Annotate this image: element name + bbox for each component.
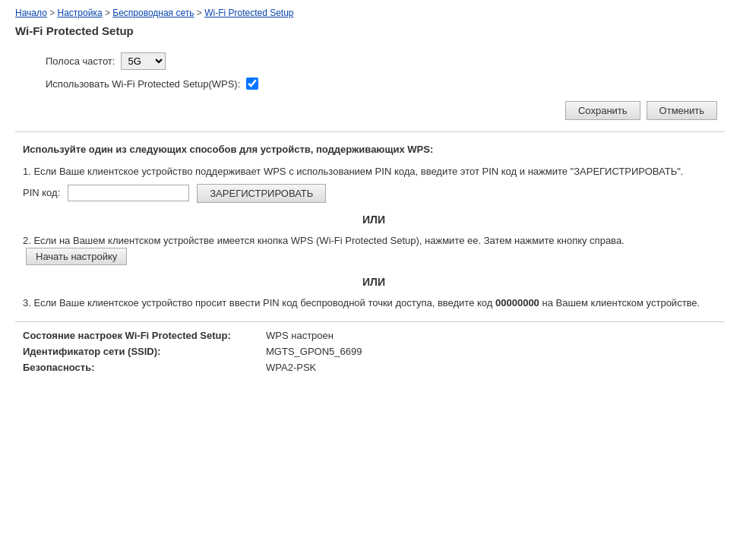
wps-step2-description: 2. Если на Вашем клиентском устройстве и… [23, 235, 625, 246]
wps-status-row: Состояние настроек Wi-Fi Protected Setup… [23, 330, 725, 341]
ssid-row: Идентификатор сети (SSID): MGTS_GPON5_66… [23, 346, 725, 357]
page-title: Wi-Fi Protected Setup [15, 24, 725, 37]
wps-status-value: WPS настроен [266, 330, 334, 341]
save-button[interactable]: Сохранить [565, 101, 640, 120]
wps-checkbox[interactable] [246, 78, 258, 90]
frequency-row: Полоса частот: 5G 2.4G [46, 52, 725, 70]
button-row: Сохранить Отменить [15, 101, 725, 120]
wps-step3-description-before: 3. Если Ваше клиентское устройство проси… [23, 297, 495, 308]
breadcrumb-wireless[interactable]: Беспроводная сеть [112, 8, 194, 18]
divider-1 [15, 131, 725, 132]
ssid-value: MGTS_GPON5_6699 [266, 346, 362, 357]
wps-step2: 2. Если на Вашем клиентском устройстве и… [23, 233, 725, 266]
register-button[interactable]: ЗАРЕГИСТРИРОВАТЬ [197, 184, 326, 203]
breadcrumb-home[interactable]: Начало [15, 8, 47, 18]
breadcrumb-settings[interactable]: Настройка [58, 8, 103, 18]
security-row: Безопасность: WPA2-PSK [23, 362, 725, 373]
breadcrumb-sep2: > [105, 8, 112, 18]
breadcrumb-sep3: > [197, 8, 204, 18]
wps-methods-section: Используйте один из следующих способов д… [23, 144, 725, 311]
wps-checkbox-row: Использовать Wi-Fi Protected Setup(WPS): [46, 78, 725, 90]
security-label: Безопасность: [23, 362, 266, 373]
pin-row: PIN код: ЗАРЕГИСТРИРОВАТЬ [23, 184, 725, 203]
ssid-label: Идентификатор сети (SSID): [23, 346, 266, 357]
security-value: WPA2-PSK [266, 362, 316, 373]
wps-status-label: Состояние настроек Wi-Fi Protected Setup… [23, 330, 266, 341]
status-section: Состояние настроек Wi-Fi Protected Setup… [23, 330, 725, 373]
cancel-button[interactable]: Отменить [647, 101, 717, 120]
breadcrumb-sep1: > [49, 8, 57, 18]
wps-header: Используйте один из следующих способов д… [23, 144, 725, 155]
divider-2 [15, 321, 725, 322]
wps-step1-description: 1. Если Ваше клиентское устройство подде… [23, 164, 725, 179]
pin-input[interactable] [68, 185, 189, 201]
start-setup-button[interactable]: Начать настройку [26, 248, 127, 265]
pin-label: PIN код: [23, 185, 60, 201]
form-section: Полоса частот: 5G 2.4G Использовать Wi-F… [46, 52, 725, 90]
breadcrumb: Начало > Настройка > Беспроводная сеть >… [15, 8, 725, 18]
breadcrumb-wps[interactable]: Wi-Fi Protected Setup [204, 8, 293, 18]
wps-step3-description-after: на Вашем клиентском устройстве. [539, 297, 700, 308]
wps-step1: 1. Если Ваше клиентское устройство подде… [23, 164, 725, 203]
frequency-label: Полоса частот: [46, 55, 115, 67]
wps-step3-pin-code: 00000000 [495, 297, 539, 308]
frequency-select[interactable]: 5G 2.4G [121, 52, 166, 70]
wps-step3: 3. Если Ваше клиентское устройство проси… [23, 296, 725, 311]
or-divider-2: ИЛИ [23, 276, 725, 288]
or-divider-1: ИЛИ [23, 214, 725, 226]
wps-label: Использовать Wi-Fi Protected Setup(WPS): [46, 78, 240, 90]
